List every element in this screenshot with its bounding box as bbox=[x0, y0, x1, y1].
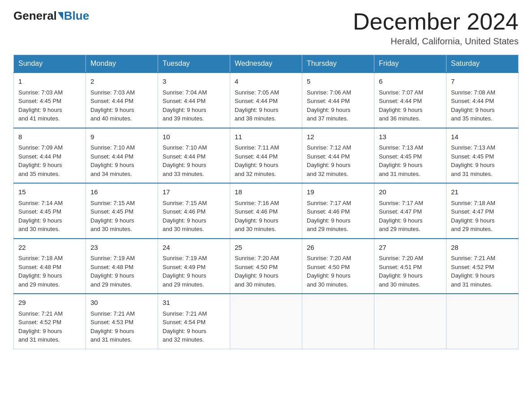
day-info: Sunrise: 7:21 AMSunset: 4:54 PMDaylight:… bbox=[163, 309, 225, 344]
calendar-cell bbox=[374, 294, 446, 349]
day-info: Sunrise: 7:15 AMSunset: 4:46 PMDaylight:… bbox=[163, 199, 225, 234]
day-info: Sunrise: 7:21 AMSunset: 4:52 PMDaylight:… bbox=[18, 309, 81, 344]
day-number: 27 bbox=[379, 243, 442, 253]
day-info: Sunrise: 7:21 AMSunset: 4:53 PMDaylight:… bbox=[90, 309, 153, 344]
day-number: 15 bbox=[18, 187, 81, 197]
week-row-1: 1Sunrise: 7:03 AMSunset: 4:45 PMDaylight… bbox=[14, 73, 519, 128]
month-title: December 2024 bbox=[353, 9, 519, 34]
calendar-cell: 18Sunrise: 7:16 AMSunset: 4:46 PMDayligh… bbox=[230, 183, 302, 239]
day-number: 16 bbox=[90, 187, 153, 197]
day-info: Sunrise: 7:11 AMSunset: 4:44 PMDaylight:… bbox=[235, 143, 297, 178]
day-number: 23 bbox=[90, 243, 153, 253]
day-number: 31 bbox=[163, 298, 225, 308]
header-friday: Friday bbox=[374, 55, 446, 73]
day-info: Sunrise: 7:07 AMSunset: 4:44 PMDaylight:… bbox=[379, 88, 442, 123]
calendar-cell: 9Sunrise: 7:10 AMSunset: 4:44 PMDaylight… bbox=[86, 128, 158, 184]
logo-blue-text: Blue bbox=[64, 9, 89, 23]
day-info: Sunrise: 7:06 AMSunset: 4:44 PMDaylight:… bbox=[307, 88, 369, 123]
day-number: 3 bbox=[163, 77, 225, 87]
day-info: Sunrise: 7:10 AMSunset: 4:44 PMDaylight:… bbox=[163, 143, 225, 178]
day-info: Sunrise: 7:13 AMSunset: 4:45 PMDaylight:… bbox=[379, 143, 442, 178]
day-number: 29 bbox=[18, 298, 81, 308]
calendar-cell: 10Sunrise: 7:10 AMSunset: 4:44 PMDayligh… bbox=[158, 128, 230, 184]
calendar-cell: 25Sunrise: 7:20 AMSunset: 4:50 PMDayligh… bbox=[230, 239, 302, 294]
header-thursday: Thursday bbox=[302, 55, 374, 73]
header-monday: Monday bbox=[86, 55, 158, 73]
calendar-cell: 19Sunrise: 7:17 AMSunset: 4:46 PMDayligh… bbox=[302, 183, 374, 239]
header-tuesday: Tuesday bbox=[158, 55, 230, 73]
day-info: Sunrise: 7:13 AMSunset: 4:45 PMDaylight:… bbox=[451, 143, 514, 178]
day-number: 9 bbox=[90, 132, 153, 142]
calendar-cell: 6Sunrise: 7:07 AMSunset: 4:44 PMDaylight… bbox=[374, 73, 446, 128]
day-info: Sunrise: 7:08 AMSunset: 4:44 PMDaylight:… bbox=[451, 88, 514, 123]
day-number: 18 bbox=[235, 187, 297, 197]
calendar-cell: 4Sunrise: 7:05 AMSunset: 4:44 PMDaylight… bbox=[230, 73, 302, 128]
day-number: 1 bbox=[18, 77, 81, 87]
day-info: Sunrise: 7:14 AMSunset: 4:45 PMDaylight:… bbox=[18, 199, 81, 234]
calendar-cell: 15Sunrise: 7:14 AMSunset: 4:45 PMDayligh… bbox=[14, 183, 86, 239]
day-number: 11 bbox=[235, 132, 297, 142]
day-number: 7 bbox=[451, 77, 514, 87]
week-row-4: 22Sunrise: 7:18 AMSunset: 4:48 PMDayligh… bbox=[14, 239, 519, 294]
day-info: Sunrise: 7:20 AMSunset: 4:50 PMDaylight:… bbox=[307, 254, 369, 289]
day-number: 26 bbox=[307, 243, 369, 253]
calendar-cell: 5Sunrise: 7:06 AMSunset: 4:44 PMDaylight… bbox=[302, 73, 374, 128]
day-info: Sunrise: 7:17 AMSunset: 4:47 PMDaylight:… bbox=[379, 199, 442, 234]
header-sunday: Sunday bbox=[14, 55, 86, 73]
week-row-3: 15Sunrise: 7:14 AMSunset: 4:45 PMDayligh… bbox=[14, 183, 519, 239]
day-info: Sunrise: 7:19 AMSunset: 4:48 PMDaylight:… bbox=[90, 254, 153, 289]
calendar-cell: 20Sunrise: 7:17 AMSunset: 4:47 PMDayligh… bbox=[374, 183, 446, 239]
title-area: December 2024 Herald, California, United… bbox=[353, 9, 519, 47]
day-info: Sunrise: 7:03 AMSunset: 4:44 PMDaylight:… bbox=[90, 88, 153, 123]
day-number: 30 bbox=[90, 298, 153, 308]
calendar-cell: 30Sunrise: 7:21 AMSunset: 4:53 PMDayligh… bbox=[86, 294, 158, 349]
calendar-cell: 16Sunrise: 7:15 AMSunset: 4:45 PMDayligh… bbox=[86, 183, 158, 239]
day-number: 25 bbox=[235, 243, 297, 253]
day-number: 21 bbox=[451, 187, 514, 197]
day-info: Sunrise: 7:09 AMSunset: 4:44 PMDaylight:… bbox=[18, 143, 81, 178]
day-number: 6 bbox=[379, 77, 442, 87]
calendar-cell: 13Sunrise: 7:13 AMSunset: 4:45 PMDayligh… bbox=[374, 128, 446, 184]
calendar-cell bbox=[302, 294, 374, 349]
day-info: Sunrise: 7:03 AMSunset: 4:45 PMDaylight:… bbox=[18, 88, 81, 123]
calendar-cell bbox=[230, 294, 302, 349]
calendar-cell: 27Sunrise: 7:20 AMSunset: 4:51 PMDayligh… bbox=[374, 239, 446, 294]
day-number: 5 bbox=[307, 77, 369, 87]
day-info: Sunrise: 7:20 AMSunset: 4:51 PMDaylight:… bbox=[379, 254, 442, 289]
day-number: 22 bbox=[18, 243, 81, 253]
day-info: Sunrise: 7:19 AMSunset: 4:49 PMDaylight:… bbox=[163, 254, 225, 289]
calendar-cell bbox=[446, 294, 519, 349]
day-number: 13 bbox=[379, 132, 442, 142]
logo-general-text: General bbox=[13, 9, 57, 23]
calendar-cell: 14Sunrise: 7:13 AMSunset: 4:45 PMDayligh… bbox=[446, 128, 519, 184]
day-info: Sunrise: 7:05 AMSunset: 4:44 PMDaylight:… bbox=[235, 88, 297, 123]
day-info: Sunrise: 7:17 AMSunset: 4:46 PMDaylight:… bbox=[307, 199, 369, 234]
day-number: 19 bbox=[307, 187, 369, 197]
calendar-cell: 3Sunrise: 7:04 AMSunset: 4:44 PMDaylight… bbox=[158, 73, 230, 128]
day-number: 2 bbox=[90, 77, 153, 87]
header-saturday: Saturday bbox=[446, 55, 519, 73]
day-info: Sunrise: 7:10 AMSunset: 4:44 PMDaylight:… bbox=[90, 143, 153, 178]
calendar-cell: 7Sunrise: 7:08 AMSunset: 4:44 PMDaylight… bbox=[446, 73, 519, 128]
calendar-header-row: SundayMondayTuesdayWednesdayThursdayFrid… bbox=[14, 55, 519, 73]
week-row-5: 29Sunrise: 7:21 AMSunset: 4:52 PMDayligh… bbox=[14, 294, 519, 349]
day-info: Sunrise: 7:21 AMSunset: 4:52 PMDaylight:… bbox=[451, 254, 514, 289]
day-info: Sunrise: 7:16 AMSunset: 4:46 PMDaylight:… bbox=[235, 199, 297, 234]
day-number: 20 bbox=[379, 187, 442, 197]
page-header: General Blue December 2024 Herald, Calif… bbox=[13, 9, 519, 47]
day-info: Sunrise: 7:18 AMSunset: 4:47 PMDaylight:… bbox=[451, 199, 514, 234]
calendar-table: SundayMondayTuesdayWednesdayThursdayFrid… bbox=[13, 55, 519, 349]
header-wednesday: Wednesday bbox=[230, 55, 302, 73]
day-number: 12 bbox=[307, 132, 369, 142]
calendar-cell: 11Sunrise: 7:11 AMSunset: 4:44 PMDayligh… bbox=[230, 128, 302, 184]
week-row-2: 8Sunrise: 7:09 AMSunset: 4:44 PMDaylight… bbox=[14, 128, 519, 184]
calendar-cell: 24Sunrise: 7:19 AMSunset: 4:49 PMDayligh… bbox=[158, 239, 230, 294]
calendar-cell: 23Sunrise: 7:19 AMSunset: 4:48 PMDayligh… bbox=[86, 239, 158, 294]
location-title: Herald, California, United States bbox=[353, 36, 519, 47]
calendar-cell: 26Sunrise: 7:20 AMSunset: 4:50 PMDayligh… bbox=[302, 239, 374, 294]
calendar-cell: 8Sunrise: 7:09 AMSunset: 4:44 PMDaylight… bbox=[14, 128, 86, 184]
day-info: Sunrise: 7:12 AMSunset: 4:44 PMDaylight:… bbox=[307, 143, 369, 178]
calendar-cell: 29Sunrise: 7:21 AMSunset: 4:52 PMDayligh… bbox=[14, 294, 86, 349]
day-info: Sunrise: 7:18 AMSunset: 4:48 PMDaylight:… bbox=[18, 254, 81, 289]
day-number: 17 bbox=[163, 187, 225, 197]
